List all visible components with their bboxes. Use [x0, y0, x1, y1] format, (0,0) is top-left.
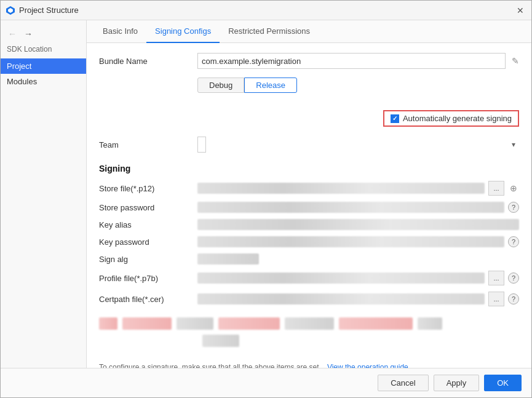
- store-file-input-wrapper: ... ⊕: [197, 181, 519, 196]
- key-alias-value: [197, 219, 519, 230]
- bottom-bar: Cancel Apply OK: [1, 368, 531, 397]
- certpath-file-input-wrapper: ... ?: [197, 292, 519, 306]
- auto-sign-box: Automatically generate signing: [383, 110, 519, 127]
- bundle-name-input[interactable]: [197, 53, 506, 69]
- redacted-block-8: [202, 335, 239, 347]
- key-password-label: Key password: [99, 237, 191, 247]
- certpath-file-row: Certpath file(*.cer) ... ?: [99, 292, 519, 306]
- release-button[interactable]: Release: [244, 78, 297, 93]
- redacted-block-4: [218, 317, 280, 330]
- key-password-value: [197, 236, 504, 247]
- team-row: Team: [99, 137, 519, 153]
- main-content: ← → SDK Location Project Modules Basic I…: [1, 20, 531, 368]
- key-password-help-icon[interactable]: ?: [508, 236, 519, 247]
- bundle-name-row: Bundle Name ✎: [99, 53, 519, 69]
- profile-file-row: Profile file(*.p7b) ... ?: [99, 271, 519, 285]
- store-file-row: Store file(*.p12) ... ⊕: [99, 181, 519, 196]
- sidebar-item-modules-label: Modules: [7, 77, 37, 86]
- team-label: Team: [99, 140, 191, 149]
- footer-link[interactable]: View the operation guide: [327, 363, 408, 368]
- store-password-input-wrapper: ?: [197, 202, 519, 213]
- debug-button[interactable]: Debug: [197, 78, 244, 93]
- forward-arrow[interactable]: →: [22, 28, 35, 40]
- certpath-file-browse-btn[interactable]: ...: [488, 292, 504, 306]
- profile-file-input-wrapper: ... ?: [197, 271, 519, 285]
- footer-text: To configure a signature, make sure that…: [99, 363, 321, 368]
- tabs-bar: Basic Info Signing Configs Restricted Pe…: [87, 20, 531, 43]
- sidebar-item-modules[interactable]: Modules: [1, 74, 86, 89]
- redacted-block-6: [339, 317, 413, 330]
- back-arrow[interactable]: ←: [6, 28, 19, 40]
- store-file-browse-btn[interactable]: ...: [488, 181, 504, 196]
- profile-file-label: Profile file(*.p7b): [99, 274, 191, 283]
- redacted-row-2: [99, 335, 519, 347]
- project-structure-window: Project Structure ✕ ← → SDK Location Pro…: [0, 0, 532, 398]
- title-bar: Project Structure ✕: [1, 1, 531, 20]
- redacted-block-5: [285, 317, 334, 330]
- tab-signing-configs[interactable]: Signing Configs: [146, 20, 220, 43]
- bundle-name-label: Bundle Name: [99, 57, 191, 66]
- redacted-area: [99, 312, 519, 357]
- app-icon: [6, 6, 15, 15]
- key-password-row: Key password ?: [99, 236, 519, 247]
- certpath-file-value: [197, 293, 485, 304]
- redacted-block-7: [418, 317, 442, 330]
- window-title: Project Structure: [19, 6, 79, 15]
- footer-row: To configure a signature, make sure that…: [99, 363, 519, 368]
- store-password-label: Store password: [99, 203, 191, 212]
- certpath-file-help-icon[interactable]: ?: [508, 293, 519, 304]
- sign-alg-label: Sign alg: [99, 255, 191, 264]
- team-select[interactable]: [197, 137, 206, 153]
- ok-button[interactable]: OK: [484, 375, 522, 391]
- store-file-label: Store file(*.p12): [99, 184, 191, 193]
- title-bar-left: Project Structure: [6, 6, 79, 15]
- sign-alg-row: Sign alg: [99, 253, 519, 265]
- redacted-row-1: [99, 317, 519, 330]
- profile-file-browse-btn[interactable]: ...: [488, 271, 504, 285]
- tab-basic-info[interactable]: Basic Info: [94, 20, 146, 43]
- sidebar-item-project[interactable]: Project: [1, 58, 86, 74]
- apply-button[interactable]: Apply: [434, 375, 480, 391]
- mode-buttons: Debug Release: [197, 78, 297, 93]
- right-panel: Basic Info Signing Configs Restricted Pe…: [87, 20, 531, 368]
- store-password-value: [197, 202, 504, 213]
- key-alias-input-wrapper: [197, 219, 519, 230]
- auto-sign-label: Automatically generate signing: [403, 114, 512, 123]
- signing-section-title: Signing: [99, 164, 519, 173]
- store-password-row: Store password ?: [99, 202, 519, 213]
- tab-restricted-permissions[interactable]: Restricted Permissions: [220, 20, 319, 43]
- sidebar: ← → SDK Location Project Modules: [1, 20, 87, 368]
- redacted-block-1: [99, 317, 117, 330]
- auto-sign-checkbox[interactable]: [391, 114, 399, 123]
- wifi-icon[interactable]: ⊕: [508, 183, 519, 194]
- nav-arrows: ← →: [1, 25, 86, 42]
- edit-icon[interactable]: ✎: [512, 56, 519, 66]
- cancel-button[interactable]: Cancel: [378, 375, 428, 391]
- sign-alg-input-wrapper: [197, 253, 519, 265]
- redacted-block-3: [177, 317, 213, 330]
- sdk-location-label: SDK Location: [1, 42, 86, 58]
- sidebar-item-project-label: Project: [7, 62, 31, 71]
- profile-file-value: [197, 273, 485, 284]
- auto-sign-row: Automatically generate signing: [99, 110, 519, 127]
- store-password-help-icon[interactable]: ?: [508, 202, 519, 213]
- form-area: Bundle Name ✎ Debug Release Automaticall…: [87, 43, 531, 368]
- key-alias-row: Key alias: [99, 219, 519, 230]
- mode-row: Debug Release: [197, 78, 519, 101]
- store-file-value: [197, 183, 485, 194]
- close-button[interactable]: ✕: [514, 4, 526, 17]
- certpath-file-label: Certpath file(*.cer): [99, 295, 191, 304]
- key-password-input-wrapper: ?: [197, 236, 519, 247]
- redacted-block-2: [122, 317, 172, 330]
- profile-file-help-icon[interactable]: ?: [508, 273, 519, 284]
- team-select-wrapper: [197, 137, 519, 153]
- key-alias-label: Key alias: [99, 220, 191, 229]
- sign-alg-value: [197, 253, 259, 265]
